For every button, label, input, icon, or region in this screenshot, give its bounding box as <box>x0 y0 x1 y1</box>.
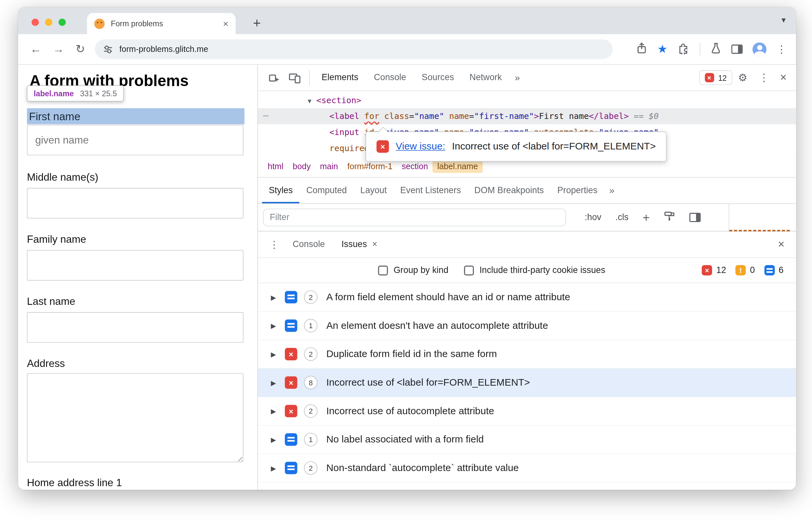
issue-title[interactable]: An element doesn't have an autocomplete … <box>326 320 548 332</box>
new-style-rule-button[interactable]: + <box>642 210 650 225</box>
tab-sources[interactable]: Sources <box>414 65 462 91</box>
tab-dom-breakpoints[interactable]: DOM Breakpoints <box>467 178 551 204</box>
issue-row[interactable]: ▶ 2 A form field element should have an … <box>258 283 796 312</box>
expand-arrow-icon[interactable]: ▶ <box>271 436 285 443</box>
issue-title[interactable]: Non-standard `autocomplete` attribute va… <box>326 462 519 474</box>
for-attribute[interactable]: for <box>364 111 380 121</box>
expand-arrow-icon[interactable]: ▶ <box>271 350 285 358</box>
experiments-flask-icon[interactable] <box>710 42 721 56</box>
browser-tab[interactable]: Form problems × <box>87 13 236 34</box>
issue-row[interactable]: ▶ 1 An element doesn't have an autocompl… <box>258 312 796 340</box>
drawer-tab-console[interactable]: Console <box>284 231 333 257</box>
paint-format-icon[interactable] <box>664 211 675 224</box>
last-name-input[interactable] <box>27 312 244 343</box>
toggle-class-button[interactable]: .cls <box>615 212 629 223</box>
crumb-label-name[interactable]: label.name <box>433 161 483 173</box>
more-tabs-icon[interactable]: » <box>510 72 525 83</box>
issue-title[interactable]: Incorrect use of <label for=FORM_ELEMENT… <box>326 377 530 388</box>
drawer-menu-kebab-icon[interactable]: ⋮ <box>270 238 279 250</box>
site-settings-icon[interactable] <box>103 44 113 54</box>
middle-name-input[interactable] <box>27 188 244 218</box>
tab-event-listeners[interactable]: Event Listeners <box>394 178 467 204</box>
issue-row-selected[interactable]: ▶ × 8 Incorrect use of <label for=FORM_E… <box>258 369 796 397</box>
issue-row[interactable]: ▶ × 2 Incorrect use of autocomplete attr… <box>258 397 796 426</box>
inspect-element-icon[interactable] <box>268 72 280 83</box>
drawer-tab-issues[interactable]: Issues × <box>333 231 385 257</box>
view-issue-link[interactable]: View issue: <box>396 141 445 152</box>
crumb-main[interactable]: main <box>315 161 343 173</box>
tab-close-icon[interactable]: × <box>223 19 228 28</box>
minimize-window-button[interactable] <box>45 19 52 26</box>
tab-styles[interactable]: Styles <box>262 178 299 204</box>
crumb-form[interactable]: form#form-1 <box>343 161 397 173</box>
expand-arrow-icon[interactable]: ▶ <box>271 464 285 472</box>
third-party-checkbox[interactable] <box>464 265 474 275</box>
tab-search-chevron-icon[interactable]: ▾ <box>782 15 786 25</box>
node-overflow-dots-icon[interactable]: ⋯ <box>263 108 268 124</box>
expand-arrow-icon[interactable]: ▶ <box>271 321 285 330</box>
devtools-close-icon[interactable]: × <box>780 71 787 84</box>
toggle-hover-state-button[interactable]: :hov <box>585 212 601 223</box>
bookmark-star-icon[interactable]: ★ <box>657 43 667 55</box>
drawer-close-icon[interactable]: × <box>778 237 790 251</box>
styles-filter-input[interactable]: Filter <box>263 209 566 226</box>
elements-tree: ⋯ ▼ <section> <label for class="name" na… <box>258 91 796 156</box>
family-name-input[interactable] <box>27 250 244 281</box>
share-icon[interactable] <box>636 42 648 56</box>
tab-elements[interactable]: Elements <box>314 65 366 91</box>
third-party-label: Include third-party cookie issues <box>479 265 605 276</box>
back-button[interactable]: ← <box>30 43 42 55</box>
tab-computed[interactable]: Computed <box>299 178 354 204</box>
expand-arrow-icon[interactable]: ▶ <box>271 407 285 415</box>
crumb-section[interactable]: section <box>397 161 432 173</box>
tab-layout[interactable]: Layout <box>354 178 394 204</box>
info-issue-icon <box>285 291 297 304</box>
group-by-kind-checkbox[interactable] <box>378 265 388 275</box>
browser-menu-kebab-icon[interactable]: ⋮ <box>776 44 787 54</box>
reload-button[interactable]: ↻ <box>76 43 85 55</box>
computed-sidebar-toggle-icon[interactable] <box>689 213 701 222</box>
url-text[interactable]: form-problems.glitch.me <box>119 45 208 54</box>
maximize-window-button[interactable] <box>58 19 66 26</box>
dom-line-label[interactable]: <label for class="name" name="first-name… <box>329 108 659 124</box>
drawer-tab-close-icon[interactable]: × <box>372 239 377 250</box>
issue-title[interactable]: Duplicate form field id in the same form <box>326 348 497 360</box>
more-panels-icon[interactable]: » <box>604 185 620 196</box>
issue-row[interactable]: ▶ × 2 Duplicate form field id in the sam… <box>258 340 796 369</box>
inspected-label-highlight[interactable]: First name <box>27 108 245 124</box>
last-name-label: Last name <box>27 296 75 308</box>
tree-expand-icon[interactable]: ▼ <box>308 97 311 104</box>
profile-avatar[interactable] <box>753 42 767 56</box>
issue-title[interactable]: Incorrect use of autocomplete attribute <box>326 405 494 417</box>
tab-network[interactable]: Network <box>462 65 510 91</box>
issue-title[interactable]: A form field element should have an id o… <box>326 291 570 303</box>
new-tab-button[interactable]: + <box>248 14 266 32</box>
forward-button[interactable]: → <box>53 43 65 55</box>
expand-arrow-icon[interactable]: ▶ <box>271 293 285 301</box>
first-name-input[interactable] <box>27 125 244 155</box>
device-toolbar-icon[interactable] <box>288 72 301 83</box>
devtools-menu-kebab-icon[interactable]: ⋮ <box>759 71 769 84</box>
crumb-body[interactable]: body <box>288 161 315 173</box>
address-textarea[interactable] <box>27 373 244 462</box>
tab-properties[interactable]: Properties <box>551 178 604 204</box>
crumb-html[interactable]: html <box>263 161 288 173</box>
toolbar-separator <box>309 70 310 85</box>
toolbar-actions: ★ ⋮ <box>636 42 790 56</box>
side-panel-icon[interactable] <box>731 45 743 54</box>
dom-line-section[interactable]: ▼ <section> <box>308 92 361 108</box>
family-name-label: Family name <box>27 234 86 245</box>
devtools-settings-gear-icon[interactable]: ⚙ <box>738 71 747 84</box>
issue-count-badge: 8 <box>304 376 318 389</box>
middle-name-label: Middle name(s) <box>27 172 98 183</box>
address-bar[interactable]: form-problems.glitch.me <box>95 40 613 59</box>
issue-title[interactable]: No label associated with a form field <box>326 434 484 445</box>
issues-error-badge[interactable]: × 12 <box>699 70 733 85</box>
issue-row[interactable]: ▶ 2 Non-standard `autocomplete` attribut… <box>258 454 796 483</box>
expand-arrow-icon[interactable]: ▶ <box>271 379 285 387</box>
issue-row[interactable]: ▶ 1 No label associated with a form fiel… <box>258 425 796 454</box>
close-window-button[interactable] <box>31 19 39 26</box>
extensions-icon[interactable] <box>677 42 690 56</box>
tab-console[interactable]: Console <box>366 65 414 91</box>
dom-line-required[interactable]: required <box>329 140 369 156</box>
